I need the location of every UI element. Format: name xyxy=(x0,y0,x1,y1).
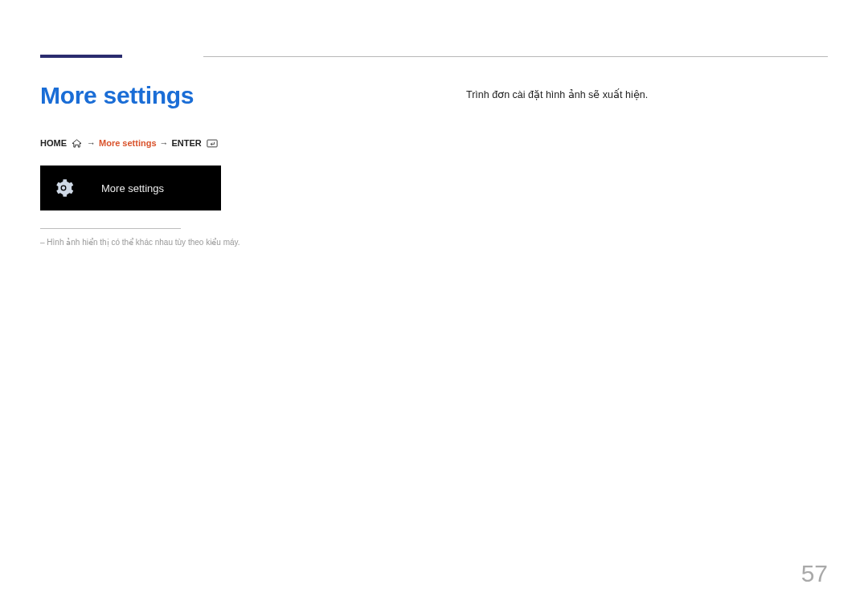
description-text: Trình đơn cài đặt hình ảnh sẽ xuất hiện. xyxy=(466,88,828,100)
breadcrumb-more-settings: More settings xyxy=(99,138,157,148)
footnote-dash: – xyxy=(40,238,45,247)
breadcrumb: HOME → More settings → ENTER xyxy=(40,138,321,148)
breadcrumb-home: HOME xyxy=(40,138,67,148)
page-number: 57 xyxy=(801,560,828,587)
svg-point-2 xyxy=(62,186,65,190)
more-settings-panel: More settings xyxy=(40,166,221,210)
page-title: More settings xyxy=(40,82,321,109)
panel-label: More settings xyxy=(101,182,164,194)
top-divider xyxy=(203,56,828,57)
breadcrumb-arrow-2: → xyxy=(160,138,169,148)
breadcrumb-enter: ENTER xyxy=(172,138,202,148)
home-icon xyxy=(72,139,82,148)
svg-rect-0 xyxy=(207,140,217,147)
breadcrumb-arrow-1: → xyxy=(87,138,96,148)
footnote: – Hình ảnh hiển thị có thể khác nhau tùy… xyxy=(40,237,321,248)
footnote-divider xyxy=(40,228,181,229)
gear-icon xyxy=(51,176,76,200)
footnote-text: Hình ảnh hiển thị có thể khác nhau tùy t… xyxy=(47,238,240,247)
enter-icon xyxy=(207,139,218,148)
accent-bar xyxy=(40,55,122,58)
